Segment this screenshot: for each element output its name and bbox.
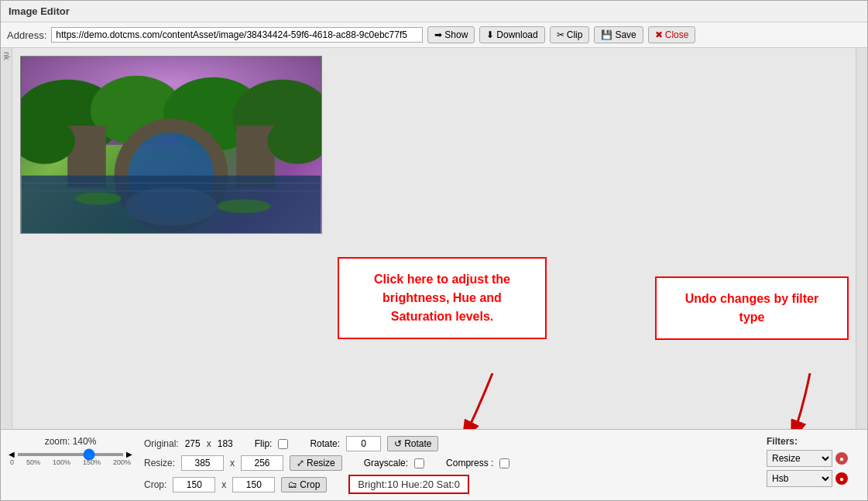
original-x: x [207, 438, 211, 449]
original-row: Original: 275 x 183 Flip: Rotate: ↺ Rota… [144, 436, 509, 451]
filter-hsb-select[interactable]: Hsb [767, 470, 832, 487]
filters-label: Filters: [767, 436, 859, 447]
svg-point-13 [217, 199, 270, 213]
original-height: 183 [218, 438, 233, 449]
annotation-undo: Undo changes by filter type [655, 276, 849, 340]
original-label: Original: [144, 438, 179, 449]
resize-x: x [230, 458, 235, 468]
flip-checkbox[interactable] [278, 439, 288, 449]
editor-area: Click here to adjust the brightness, Hue… [12, 48, 856, 429]
zoom-section: zoom: 140% ◀ ▶ 0 50% 100% 150% 200% [9, 436, 132, 466]
controls-section: Original: 275 x 183 Flip: Rotate: ↺ Rota… [144, 436, 509, 494]
crop-icon: 🗂 [288, 479, 297, 490]
download-button[interactable]: ⬇ Download [479, 26, 544, 43]
zoom-tick-labels: 0 50% 100% 150% 200% [9, 458, 132, 466]
rotate-icon: ↺ [394, 438, 402, 449]
rotate-input[interactable] [346, 436, 381, 451]
bottom-panel: zoom: 140% ◀ ▶ 0 50% 100% 150% 200% Orig… [1, 429, 867, 500]
crop-height-input[interactable] [232, 477, 275, 492]
address-label: Address: [7, 29, 46, 41]
resize-row: Resize: x ⤢ Resize Grayscale: Compress : [144, 455, 509, 471]
filter-resize-delete-button[interactable]: ● [835, 452, 848, 465]
address-input[interactable] [51, 27, 423, 43]
title-bar: Image Editor [1, 1, 867, 22]
save-icon: 💾 [601, 29, 612, 40]
left-panel: nk [1, 48, 12, 429]
image-preview [20, 56, 322, 234]
grayscale-label: Grayscale: [364, 458, 408, 468]
svg-point-12 [75, 192, 121, 204]
clip-button[interactable]: ✂ Clip [550, 26, 590, 43]
show-icon: ➡ [434, 29, 442, 40]
rotate-label: Rotate: [310, 438, 340, 449]
grayscale-checkbox[interactable] [414, 458, 424, 468]
show-button[interactable]: ➡ Show [427, 26, 475, 43]
main-content: nk [1, 48, 867, 429]
zoom-left-arrow[interactable]: ◀ [9, 450, 15, 458]
compress-label: Compress : [446, 458, 493, 468]
hsb-display[interactable]: Bright:10 Hue:20 Sat:0 [348, 475, 469, 494]
resize-button[interactable]: ⤢ Resize [290, 455, 342, 471]
svg-point-11 [125, 187, 218, 226]
zoom-right-arrow[interactable]: ▶ [126, 450, 132, 458]
crop-x: x [221, 479, 226, 490]
zoom-slider-container: ◀ ▶ [9, 450, 132, 458]
resize-label: Resize: [144, 458, 175, 468]
crop-button[interactable]: 🗂 Crop [281, 477, 327, 492]
filter-resize-select[interactable]: Resize [767, 450, 832, 467]
image-editor-window: Image Editor Address: ➡ Show ⬇ Download … [0, 0, 868, 501]
zoom-slider[interactable] [18, 453, 123, 456]
close-icon: ✖ [655, 29, 663, 40]
close-button[interactable]: ✖ Close [648, 26, 696, 43]
arrow-brightness [446, 373, 539, 429]
crop-row: Crop: x 🗂 Crop Bright:10 Hue:20 Sat:0 [144, 475, 509, 494]
save-button[interactable]: 💾 Save [594, 26, 643, 43]
crop-label: Crop: [144, 479, 166, 490]
arrow-undo [779, 373, 841, 429]
zoom-label: zoom: 140% [45, 436, 97, 447]
resize-icon: ⤢ [297, 458, 304, 468]
filter-row-hsb: Hsb ● [767, 470, 859, 487]
side-label-nk: nk [2, 52, 11, 60]
crop-width-input[interactable] [173, 477, 215, 492]
filter-hsb-delete-button[interactable]: ● [835, 472, 848, 485]
window-title: Image Editor [9, 5, 70, 17]
address-bar: Address: ➡ Show ⬇ Download ✂ Clip 💾 Save… [1, 22, 867, 48]
filter-row-resize: Resize ● [767, 450, 859, 467]
resize-width-input[interactable] [181, 455, 224, 471]
clip-icon: ✂ [557, 29, 564, 40]
compress-checkbox[interactable] [499, 458, 509, 468]
original-width: 275 [185, 438, 201, 449]
right-panel [856, 48, 867, 429]
download-icon: ⬇ [486, 29, 494, 40]
filters-section: Filters: Resize ● Hsb ● [767, 436, 859, 487]
resize-height-input[interactable] [241, 455, 283, 471]
annotation-brightness: Click here to adjust the brightness, Hue… [338, 257, 547, 339]
rotate-button[interactable]: ↺ Rotate [387, 436, 438, 451]
flip-label: Flip: [255, 438, 273, 449]
